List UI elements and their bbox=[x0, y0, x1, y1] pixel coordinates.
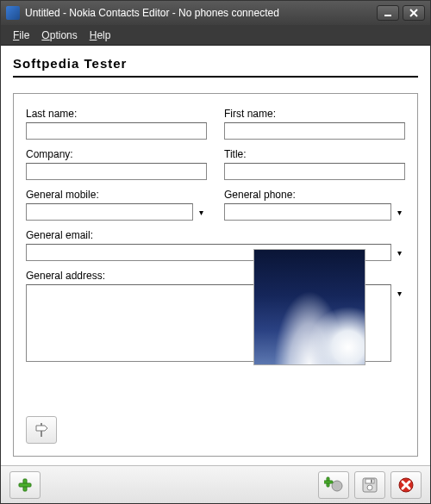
last-name-label: Last name: bbox=[26, 108, 207, 120]
general-email-dropdown[interactable]: ▾ bbox=[393, 244, 405, 261]
title-input[interactable] bbox=[224, 163, 405, 180]
delete-button[interactable] bbox=[390, 471, 422, 499]
window-title: Untitled - Nokia Contacts Editor - No ph… bbox=[25, 7, 372, 19]
chevron-down-icon: ▾ bbox=[397, 289, 402, 298]
chevron-down-icon: ▾ bbox=[397, 248, 402, 258]
title-label: Title: bbox=[224, 148, 405, 160]
first-name-label: First name: bbox=[224, 108, 405, 120]
svg-rect-9 bbox=[324, 481, 333, 483]
svg-rect-11 bbox=[365, 479, 374, 483]
add-contact-button[interactable] bbox=[318, 471, 349, 499]
svg-rect-6 bbox=[19, 483, 31, 487]
general-phone-dropdown[interactable]: ▾ bbox=[393, 203, 405, 221]
signpost-button[interactable] bbox=[26, 416, 57, 444]
content-area: Softpedia Tester Last name: First name: … bbox=[1, 46, 430, 465]
app-icon bbox=[6, 6, 20, 20]
general-address-dropdown[interactable]: ▾ bbox=[393, 284, 405, 302]
menu-options[interactable]: Options bbox=[41, 29, 77, 41]
svg-marker-4 bbox=[36, 426, 47, 431]
chevron-down-icon: ▾ bbox=[199, 208, 203, 217]
minimize-icon bbox=[384, 9, 392, 17]
contact-form: Last name: First name: Company: Title: bbox=[13, 93, 418, 457]
minimize-button[interactable] bbox=[377, 5, 399, 21]
close-icon bbox=[409, 9, 418, 17]
save-icon bbox=[361, 476, 378, 494]
menubar: File Options Help bbox=[1, 25, 430, 46]
general-phone-label: General phone: bbox=[224, 189, 405, 201]
signpost-icon bbox=[33, 421, 50, 439]
general-mobile-dropdown[interactable]: ▾ bbox=[195, 203, 207, 221]
add-button[interactable] bbox=[9, 471, 41, 499]
svg-point-7 bbox=[332, 481, 342, 491]
last-name-input[interactable] bbox=[26, 122, 207, 140]
page-title: Softpedia Tester bbox=[13, 54, 418, 78]
menu-help[interactable]: Help bbox=[90, 29, 111, 41]
save-button[interactable] bbox=[354, 471, 385, 499]
general-email-label: General email: bbox=[26, 229, 405, 241]
titlebar: Untitled - Nokia Contacts Editor - No ph… bbox=[1, 1, 430, 25]
window-buttons bbox=[377, 5, 425, 21]
menu-file[interactable]: File bbox=[13, 29, 29, 41]
chevron-down-icon: ▾ bbox=[397, 208, 402, 217]
general-phone-input[interactable] bbox=[224, 203, 391, 221]
contact-photo bbox=[253, 249, 365, 365]
svg-rect-0 bbox=[384, 15, 391, 16]
svg-point-13 bbox=[367, 485, 372, 490]
general-mobile-label: General mobile: bbox=[26, 189, 207, 201]
add-icon bbox=[16, 476, 34, 494]
svg-rect-12 bbox=[371, 479, 372, 482]
bottom-toolbar bbox=[1, 465, 430, 503]
company-input[interactable] bbox=[26, 163, 207, 180]
company-label: Company: bbox=[26, 148, 207, 160]
add-contact-icon bbox=[324, 476, 343, 494]
general-mobile-input[interactable] bbox=[26, 203, 193, 221]
delete-icon bbox=[397, 476, 415, 494]
window-root: Untitled - Nokia Contacts Editor - No ph… bbox=[0, 0, 431, 504]
close-button[interactable] bbox=[403, 5, 425, 21]
first-name-input[interactable] bbox=[224, 122, 405, 140]
